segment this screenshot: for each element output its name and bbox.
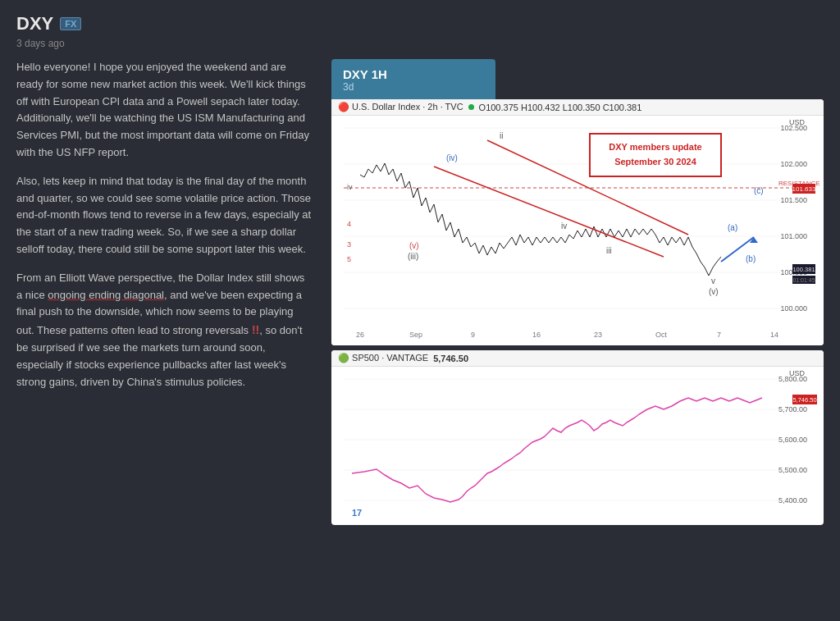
svg-text:(c): (c) <box>754 186 764 195</box>
dxy-chart-topbar: 🔴 U.S. Dollar Index · 2h · TVC O100.375 … <box>331 99 824 116</box>
svg-text:DXY members update: DXY members update <box>609 142 702 152</box>
paragraph-3: From an Elliott Wave perspective, the Do… <box>16 270 312 391</box>
dxy-chart-source: 🔴 U.S. Dollar Index · 2h · TVC <box>338 102 463 112</box>
svg-text:v: v <box>711 276 715 285</box>
svg-text:(iii): (iii) <box>408 252 418 261</box>
dxy-price-info: O100.375 H100.432 L100.350 C100.381 <box>479 103 642 112</box>
svg-text:5,746.50: 5,746.50 <box>792 396 816 404</box>
sp500-chart-area: 🟢 SP500 · VANTAGE 5,746.50 5,800.00 5,70… <box>331 350 824 525</box>
svg-text:(v): (v) <box>409 241 419 250</box>
svg-text:23: 23 <box>594 331 602 339</box>
paragraph-1: Hello everyone! I hope you enjoyed the w… <box>16 59 312 162</box>
dxy-svg: 102.500 102.000 101.500 101.000 100.500 … <box>331 116 824 345</box>
svg-text:(v): (v) <box>709 287 719 296</box>
sp500-price: 5,746.50 <box>433 354 468 363</box>
paragraph-2: Also, lets keep in mind that today is th… <box>16 173 312 258</box>
svg-text:17: 17 <box>352 508 362 518</box>
svg-text:September 30 2024: September 30 2024 <box>614 157 697 167</box>
dxy-chart-area: 🔴 U.S. Dollar Index · 2h · TVC O100.375 … <box>331 99 824 345</box>
sp500-topbar: 🟢 SP500 · VANTAGE 5,746.50 <box>331 350 824 367</box>
green-dot-icon <box>468 104 474 110</box>
svg-text:iv: iv <box>561 221 567 231</box>
svg-text:Oct: Oct <box>655 331 668 339</box>
left-panel: Hello everyone! I hope you enjoyed the w… <box>16 59 312 525</box>
svg-text:USD: USD <box>789 118 806 126</box>
svg-text:14: 14 <box>770 331 778 339</box>
svg-text:(a): (a) <box>728 223 737 232</box>
para3-underline: ongoing ending diagonal <box>48 289 164 301</box>
chart-card-header: DXY 1H 3d <box>331 59 495 99</box>
time-ago: 3 days ago <box>16 38 824 49</box>
svg-text:iv: iv <box>347 183 353 191</box>
sp500-svg: 5,800.00 5,700.00 5,600.00 5,500.00 5,40… <box>331 367 824 523</box>
svg-text:Sep: Sep <box>409 331 422 339</box>
chart-card-title: DXY 1H <box>343 67 484 81</box>
sp500-svg-container: 5,800.00 5,700.00 5,600.00 5,500.00 5,40… <box>331 367 824 525</box>
right-panel: DXY 1H 3d 🔴 U.S. Dollar Index · 2h · TVC… <box>331 59 824 525</box>
svg-text:ii: ii <box>500 131 503 140</box>
svg-text:01:01:45: 01:01:45 <box>792 277 815 283</box>
svg-text:USD: USD <box>789 369 806 377</box>
svg-text:26: 26 <box>356 331 364 339</box>
svg-text:100.381: 100.381 <box>792 266 815 273</box>
fx-badge: FX <box>60 17 81 30</box>
svg-text:3: 3 <box>347 240 351 249</box>
svg-text:16: 16 <box>532 331 541 339</box>
chart-card-time: 3d <box>343 81 484 93</box>
sp500-source: 🟢 SP500 · VANTAGE <box>338 353 428 363</box>
svg-text:(b): (b) <box>746 254 756 263</box>
svg-text:iii: iii <box>606 246 612 255</box>
svg-rect-36 <box>590 134 721 176</box>
ticker-title: DXY <box>16 13 53 34</box>
dxy-svg-container: 102.500 102.000 101.500 101.000 100.500 … <box>331 116 824 345</box>
svg-text:7: 7 <box>717 331 721 339</box>
svg-text:101.633: 101.633 <box>792 185 816 193</box>
annotation-mark: !! <box>249 323 259 336</box>
svg-text:(iv): (iv) <box>446 153 458 162</box>
svg-text:9: 9 <box>471 331 475 339</box>
svg-text:4: 4 <box>347 220 351 228</box>
svg-text:5: 5 <box>347 255 351 263</box>
